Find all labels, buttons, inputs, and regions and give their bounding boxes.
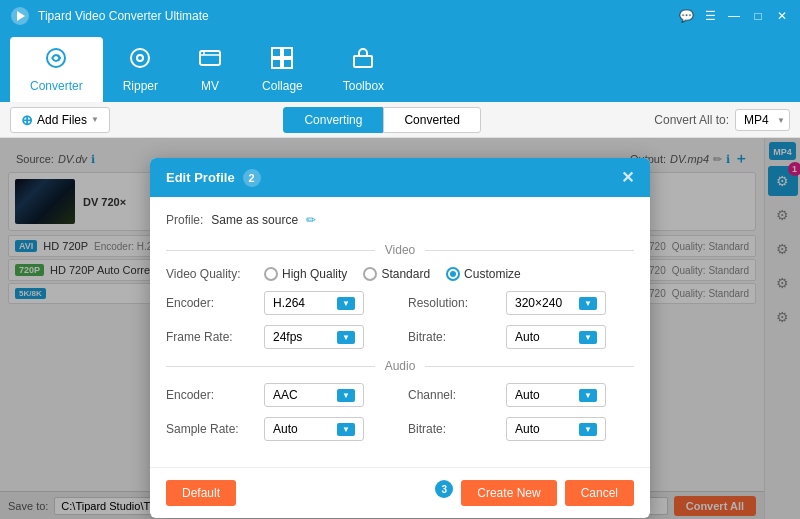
encoder-select[interactable]: H.264 ▼ [264,291,364,315]
audio-encoder-label: Encoder: [166,388,256,402]
video-quality-row: Video Quality: High Quality Standard [166,267,634,281]
audio-encoder-dropdown-arrow: ▼ [337,389,355,402]
channel-dropdown-arrow: ▼ [579,389,597,402]
nav-bar: Converter Ripper MV Collag [0,32,800,102]
resolution-label: Resolution: [408,296,498,310]
svg-rect-8 [272,59,281,68]
quality-high-radio[interactable]: High Quality [264,267,347,281]
cancel-button[interactable]: Cancel [565,480,634,506]
samplerate-dropdown-arrow: ▼ [337,423,355,436]
quality-customize-circle [446,267,460,281]
nav-item-converter[interactable]: Converter [10,37,103,102]
quality-high-circle [264,267,278,281]
profile-value: Same as source [211,213,298,227]
quality-standard-radio[interactable]: Standard [363,267,430,281]
svg-rect-6 [272,48,281,57]
bitrate-label: Bitrate: [408,330,498,344]
channel-value: Auto [515,388,540,402]
quality-high-label: High Quality [282,267,347,281]
nav-item-toolbox[interactable]: Toolbox [323,37,404,102]
samplerate-item: Sample Rate: Auto ▼ [166,417,392,441]
audio-section-label: Audio [375,359,426,373]
profile-label: Profile: [166,213,203,227]
modal-close-button[interactable]: ✕ [621,168,634,187]
framerate-select[interactable]: 24fps ▼ [264,325,364,349]
framerate-dropdown-arrow: ▼ [337,331,355,344]
menu-icon[interactable]: ☰ [702,8,718,24]
bitrate-select[interactable]: Auto ▼ [506,325,606,349]
svg-point-3 [131,49,149,67]
tab-converting[interactable]: Converting [283,107,383,133]
quality-radio-group: High Quality Standard Customize [264,267,634,281]
format-select[interactable]: MP4 [735,109,790,131]
nav-item-mv[interactable]: MV [178,37,242,102]
chat-icon[interactable]: 💬 [678,8,694,24]
resolution-dropdown-arrow: ▼ [579,297,597,310]
quality-customize-radio[interactable]: Customize [446,267,521,281]
quality-standard-label: Standard [381,267,430,281]
collage-label: Collage [262,79,303,93]
svg-rect-5 [200,51,220,65]
add-files-button[interactable]: ⊕ Add Files ▼ [10,107,110,133]
edit-profile-modal: Edit Profile 2 ✕ Profile: Same as source… [150,158,650,518]
samplerate-select[interactable]: Auto ▼ [264,417,364,441]
close-button[interactable]: ✕ [774,8,790,24]
audio-encoder-channel-row: Encoder: AAC ▼ Channel: Auto ▼ [166,383,634,407]
modal-step-badge: 2 [243,169,261,187]
bitrate-value: Auto [515,330,540,344]
title-bar-left: Tipard Video Converter Ultimate [10,6,209,26]
nav-item-ripper[interactable]: Ripper [103,37,178,102]
create-new-button[interactable]: Create New [461,480,556,506]
footer-right: 3 Create New Cancel [435,480,634,506]
channel-item: Channel: Auto ▼ [408,383,634,407]
mv-label: MV [201,79,219,93]
encoder-value: H.264 [273,296,305,310]
main-content: Source: DV.dv ℹ Output: DV.mp4 ✏ ℹ ＋ DV … [0,138,800,519]
samplerate-value: Auto [273,422,298,436]
svg-rect-7 [283,48,292,57]
audio-bitrate-item: Bitrate: Auto ▼ [408,417,634,441]
profile-row: Profile: Same as source ✏ [166,213,634,227]
tab-group: Converting Converted [283,107,480,133]
video-section-divider: Video [166,243,634,257]
svg-point-4 [137,55,143,61]
encoder-dropdown-arrow: ▼ [337,297,355,310]
modal-footer: Default 3 Create New Cancel [150,467,650,518]
bitrate-item: Bitrate: Auto ▼ [408,325,634,349]
audio-encoder-select[interactable]: AAC ▼ [264,383,364,407]
framerate-item: Frame Rate: 24fps ▼ [166,325,392,349]
app-title: Tipard Video Converter Ultimate [38,9,209,23]
framerate-bitrate-row: Frame Rate: 24fps ▼ Bitrate: Auto ▼ [166,325,634,349]
mv-icon [198,46,222,75]
minimize-button[interactable]: — [726,8,742,24]
nav-item-collage[interactable]: Collage [242,37,323,102]
quality-standard-circle [363,267,377,281]
converter-icon [44,46,68,75]
svg-point-2 [47,49,65,67]
channel-label: Channel: [408,388,498,402]
convert-all-label: Convert All to: [654,113,729,127]
audio-bitrate-select[interactable]: Auto ▼ [506,417,606,441]
modal-body: Profile: Same as source ✏ Video Video Qu… [150,197,650,467]
resolution-select[interactable]: 320×240 ▼ [506,291,606,315]
profile-edit-icon[interactable]: ✏ [306,213,316,227]
samplerate-audiobitrate-row: Sample Rate: Auto ▼ Bitrate: Auto ▼ [166,417,634,441]
converter-label: Converter [30,79,83,93]
channel-select[interactable]: Auto ▼ [506,383,606,407]
framerate-label: Frame Rate: [166,330,256,344]
default-button[interactable]: Default [166,480,236,506]
plus-icon: ⊕ [21,112,33,128]
audio-bitrate-label: Bitrate: [408,422,498,436]
tab-converted[interactable]: Converted [383,107,480,133]
convert-all-section: Convert All to: MP4 [654,109,790,131]
encoder-label: Encoder: [166,296,256,310]
audio-encoder-value: AAC [273,388,298,402]
maximize-button[interactable]: □ [750,8,766,24]
collage-icon [270,46,294,75]
audio-bitrate-dropdown-arrow: ▼ [579,423,597,436]
quality-label: Video Quality: [166,267,256,281]
modal-title: Edit Profile [166,170,235,185]
format-select-wrapper: MP4 [735,109,790,131]
modal-header: Edit Profile 2 ✕ [150,158,650,197]
app-logo [10,6,30,26]
